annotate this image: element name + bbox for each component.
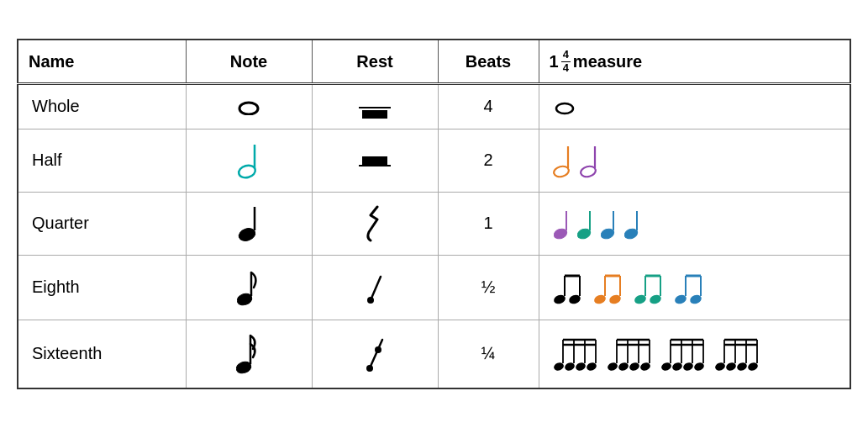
row-rest-half <box>312 129 438 192</box>
row-rest-whole <box>312 83 438 129</box>
svg-point-46 <box>375 346 381 353</box>
music-notes-table-container: Name Note Rest Beats 1 4 4 measure <box>17 39 851 389</box>
measure-sixteenth-group-1 <box>553 335 598 373</box>
measure-sixteenth-group-4 <box>714 335 760 373</box>
whole-rest-symbol <box>359 107 391 119</box>
svg-point-0 <box>239 103 258 114</box>
row-note-half <box>186 129 312 192</box>
measure-notes-whole <box>553 98 837 115</box>
measure-eighth-pair-4 <box>674 269 706 306</box>
row-measure-whole <box>539 83 850 129</box>
quarter-note-symbol <box>237 203 260 245</box>
eighth-note-symbol <box>235 266 262 309</box>
row-measure-quarter <box>539 192 850 255</box>
measure-eighth-pair-3 <box>634 269 665 306</box>
measure-quarter-note-3 <box>600 207 615 240</box>
measure-sixteenth-group-3 <box>660 335 706 373</box>
row-name-half: Half <box>18 129 186 192</box>
row-measure-half <box>539 129 850 192</box>
eighth-rest-symbol <box>364 268 386 307</box>
header-row: Name Note Rest Beats 1 4 4 measure <box>18 40 850 83</box>
measure-prefix: 1 <box>550 52 559 71</box>
measure-notes-half <box>553 141 837 180</box>
col-header-name: Name <box>18 40 186 83</box>
row-measure-sixteenth <box>539 320 850 388</box>
row-name-eighth: Eighth <box>18 255 186 320</box>
measure-notes-sixteenth <box>553 335 837 373</box>
row-note-sixteenth <box>186 320 312 388</box>
measure-eighth-pair-1 <box>553 269 585 306</box>
time-sig-top: 4 <box>561 49 571 61</box>
row-name-whole: Whole <box>18 83 186 129</box>
measure-whole-note <box>553 98 576 115</box>
measure-half-note-1 <box>553 141 571 180</box>
table-row: Eighth ½ <box>18 255 850 320</box>
col-header-rest: Rest <box>312 40 438 83</box>
table-row: Sixteenth <box>18 320 850 388</box>
quarter-rest-symbol <box>362 203 387 245</box>
svg-point-1 <box>556 103 573 114</box>
row-name-quarter: Quarter <box>18 192 186 255</box>
row-rest-sixteenth <box>312 320 438 388</box>
measure-eighth-pair-2 <box>593 269 625 306</box>
measure-notes-quarter <box>553 207 837 240</box>
whole-note-symbol <box>236 98 261 115</box>
measure-quarter-note-4 <box>623 207 639 240</box>
row-beats-eighth: ½ <box>438 255 539 320</box>
measure-quarter-note-1 <box>553 207 568 240</box>
measure-notes-eighth <box>553 269 837 306</box>
col-header-measure: 1 4 4 measure <box>539 40 850 83</box>
row-note-eighth <box>186 255 312 320</box>
table-row: Whole 4 <box>18 83 850 129</box>
measure-half-note-2 <box>580 141 598 180</box>
row-rest-eighth <box>312 255 438 320</box>
measure-sixteenth-group-2 <box>607 335 652 373</box>
time-signature: 4 4 <box>561 49 571 74</box>
row-beats-sixteenth: ¼ <box>438 320 539 388</box>
svg-line-20 <box>371 277 381 300</box>
row-beats-quarter: 1 <box>438 192 539 255</box>
col-header-beats: Beats <box>438 40 539 83</box>
row-name-sixteenth: Sixteenth <box>18 320 186 388</box>
sixteenth-rest-symbol <box>364 333 386 375</box>
row-beats-half: 2 <box>438 129 539 192</box>
measure-suffix: measure <box>573 52 642 71</box>
row-beats-whole: 4 <box>438 83 539 129</box>
time-sig-bot: 4 <box>561 62 571 74</box>
svg-point-45 <box>366 365 373 372</box>
table-row: Quarter 1 <box>18 192 850 255</box>
music-notes-table: Name Note Rest Beats 1 4 4 measure <box>17 39 851 389</box>
half-rest-symbol <box>359 156 391 166</box>
table-row: Half 2 <box>18 129 850 192</box>
col-header-note: Note <box>186 40 312 83</box>
measure-quarter-note-2 <box>576 207 592 240</box>
half-note-symbol <box>237 140 260 182</box>
row-note-whole <box>186 83 312 129</box>
svg-point-21 <box>367 297 374 304</box>
row-note-quarter <box>186 192 312 255</box>
row-measure-eighth <box>539 255 850 320</box>
sixteenth-note-symbol <box>234 330 263 378</box>
row-rest-quarter <box>312 192 438 255</box>
